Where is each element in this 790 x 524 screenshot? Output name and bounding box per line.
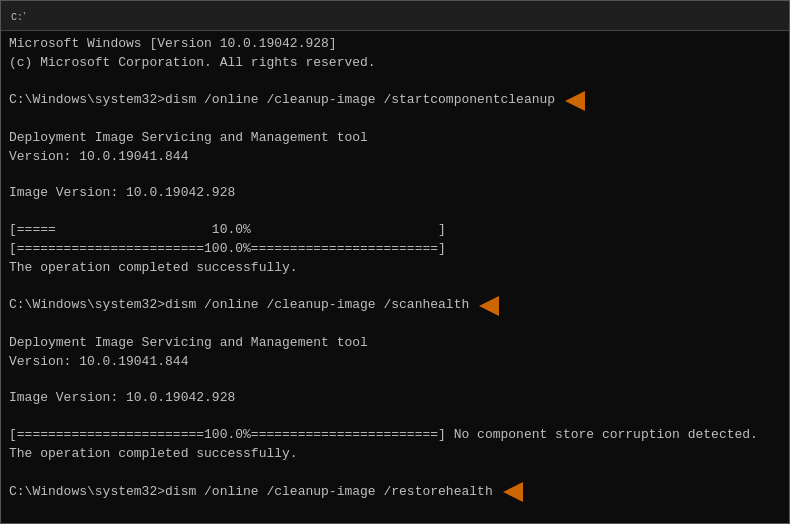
terminal-text-line: [========================100.0%=========… xyxy=(9,240,781,259)
terminal-text-line: [========================100.0%=========… xyxy=(9,426,781,445)
terminal-text-line: Deployment Image Servicing and Managemen… xyxy=(9,334,781,353)
cmd-text: C:\Windows\system32>dism /online /cleanu… xyxy=(9,91,555,110)
arrow-icon xyxy=(503,482,523,502)
minimize-button[interactable] xyxy=(639,1,685,31)
title-bar: C:\ xyxy=(1,1,789,31)
terminal-text-line: Deployment Image Servicing and Managemen… xyxy=(9,520,781,523)
terminal-empty-line xyxy=(9,111,781,129)
close-button[interactable] xyxy=(735,1,781,31)
terminal-text-line: Version: 10.0.19041.844 xyxy=(9,148,781,167)
arrow-icon xyxy=(479,296,499,316)
terminal-text-line: Image Version: 10.0.19042.928 xyxy=(9,389,781,408)
maximize-button[interactable] xyxy=(687,1,733,31)
terminal-text-line: (c) Microsoft Corporation. All rights re… xyxy=(9,54,781,73)
terminal-text-line: Microsoft Windows [Version 10.0.19042.92… xyxy=(9,35,781,54)
terminal-cmd-line: C:\Windows\system32>dism /online /cleanu… xyxy=(9,91,781,111)
terminal-empty-line xyxy=(9,408,781,426)
cmd-text: C:\Windows\system32>dism /online /cleanu… xyxy=(9,483,493,502)
terminal-empty-line xyxy=(9,73,781,91)
svg-text:C:\: C:\ xyxy=(11,12,25,23)
terminal-empty-line xyxy=(9,278,781,296)
terminal-text-line: The operation completed successfully. xyxy=(9,259,781,278)
window-controls xyxy=(639,1,781,31)
terminal-body[interactable]: Microsoft Windows [Version 10.0.19042.92… xyxy=(1,31,789,523)
terminal-text-line: The operation completed successfully. xyxy=(9,445,781,464)
terminal-empty-line xyxy=(9,464,781,482)
terminal-empty-line xyxy=(9,203,781,221)
terminal-empty-line xyxy=(9,316,781,334)
terminal-empty-line xyxy=(9,371,781,389)
cmd-window: C:\ Microsoft Windows [Version 10.0.1904… xyxy=(0,0,790,524)
cmd-text: C:\Windows\system32>dism /online /cleanu… xyxy=(9,296,469,315)
terminal-text-line: Version: 10.0.19041.844 xyxy=(9,353,781,372)
terminal-cmd-line: C:\Windows\system32>dism /online /cleanu… xyxy=(9,296,781,316)
arrow-icon xyxy=(565,91,585,111)
terminal-text-line: [===== 10.0% ] xyxy=(9,221,781,240)
terminal-output: Microsoft Windows [Version 10.0.19042.92… xyxy=(9,35,781,523)
terminal-empty-line xyxy=(9,502,781,520)
terminal-text-line: Image Version: 10.0.19042.928 xyxy=(9,184,781,203)
cmd-icon: C:\ xyxy=(9,8,25,24)
terminal-cmd-line: C:\Windows\system32>dism /online /cleanu… xyxy=(9,482,781,502)
terminal-empty-line xyxy=(9,166,781,184)
terminal-text-line: Deployment Image Servicing and Managemen… xyxy=(9,129,781,148)
